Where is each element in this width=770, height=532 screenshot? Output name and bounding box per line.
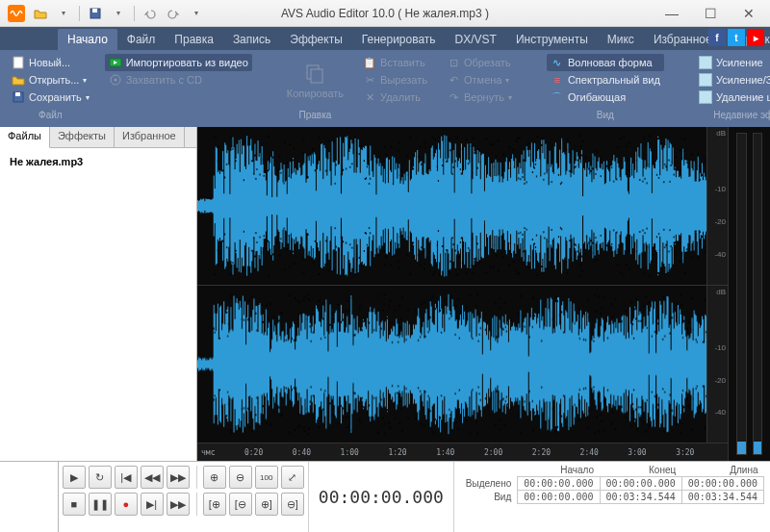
lp-tab-effects[interactable]: Эффекты — [50, 127, 115, 147]
sel-len[interactable]: 00:00:00.000 — [681, 477, 763, 491]
qat-redo-icon[interactable] — [164, 4, 183, 23]
maximize-button[interactable]: ☐ — [697, 4, 724, 23]
delete-button[interactable]: ✕Удалить — [359, 89, 431, 106]
view-start[interactable]: 00:00:00.000 — [518, 491, 600, 504]
bottom-bar: ▶ ↻ |◀ ◀◀ ▶▶ ⊕ ⊖ 100 ⤢ ■ ❚❚ ● ▶| ▶▶ [⊕ [… — [0, 461, 770, 532]
undo-button[interactable]: ↶Отмена ▾ — [443, 71, 516, 89]
time-counter: 00:00:00.000 — [309, 462, 454, 532]
zoom-in-start-button[interactable]: [⊕ — [203, 493, 226, 516]
view-end[interactable]: 00:03:34.544 — [600, 491, 681, 504]
lp-tab-fav[interactable]: Избранное — [115, 127, 185, 147]
play-button[interactable]: ▶ — [63, 466, 86, 489]
go-start-button[interactable]: |◀ — [115, 466, 138, 489]
qat-save-icon[interactable] — [86, 4, 105, 23]
effects-group-caption: Недавние эффекты — [695, 110, 770, 123]
tab-dxvst[interactable]: DX/VST — [446, 29, 506, 50]
quick-access-toolbar: ▾ ▾ ▾ — [31, 4, 206, 23]
view-len[interactable]: 00:03:34.544 — [681, 491, 763, 504]
zoom-in-button[interactable]: ⊕ — [203, 466, 226, 489]
ribbon: Новый... Открыть... ▾ Сохранить ▾ Файл И… — [0, 50, 770, 127]
tab-home[interactable]: Начало — [58, 29, 117, 50]
redo-button[interactable]: ↷Вернуть ▾ — [443, 89, 516, 106]
waveform-area[interactable]: dB-10-20-40 dB-10-20-40 чмс 0:20 0:40 1:… — [197, 127, 728, 461]
zoom-out-sel-button[interactable]: [⊖ — [229, 493, 252, 516]
facebook-icon[interactable]: f — [708, 29, 726, 46]
twitter-icon[interactable]: t — [728, 29, 745, 46]
tab-generate[interactable]: Генерировать — [352, 29, 446, 50]
ribbon-tabs: Начало Файл Правка Запись Эффекты Генери… — [0, 27, 770, 50]
titlebar: ▾ ▾ ▾ AVS Audio Editor 10.0 ( Не жалея.m… — [0, 0, 770, 27]
tab-record[interactable]: Запись — [223, 29, 280, 50]
tab-effects[interactable]: Эффекты — [280, 29, 352, 50]
amplify-button[interactable]: Усиление — [695, 54, 770, 71]
minimize-button[interactable]: — — [658, 4, 685, 23]
timeline[interactable]: чмс 0:20 0:40 1:00 1:20 1:40 2:00 2:20 2… — [197, 443, 728, 461]
waveform-view-button[interactable]: ∿Волновая форма — [547, 54, 664, 71]
tab-file[interactable]: Файл — [117, 29, 166, 50]
grab-cd-button[interactable]: Захватить с CD — [105, 71, 252, 89]
meter-right — [753, 133, 763, 455]
copy-button[interactable]: Копировать — [283, 61, 347, 101]
qat-customize-icon[interactable]: ▾ — [187, 4, 206, 23]
zoom-100-button[interactable]: 100 — [255, 466, 278, 489]
zoom-out-end-button[interactable]: ⊖] — [281, 493, 304, 516]
rewind-button[interactable]: ◀◀ — [141, 466, 164, 489]
svg-rect-10 — [311, 69, 322, 83]
spectral-view-button[interactable]: ≡Спектральный вид — [547, 71, 664, 89]
edit-group-caption: Правка — [283, 110, 347, 123]
lp-tab-files[interactable]: Файлы — [0, 127, 50, 148]
svg-point-8 — [114, 79, 116, 82]
left-panel: Файлы Эффекты Избранное Не жалея.mp3 — [0, 127, 197, 461]
waveform-channel-right[interactable]: dB-10-20-40 — [197, 286, 728, 444]
meter-left — [736, 133, 747, 455]
qat-dropdown2-icon[interactable]: ▾ — [109, 4, 128, 23]
envelope-view-button[interactable]: ⌒Огибающая — [547, 89, 664, 106]
record-button[interactable]: ● — [115, 493, 138, 516]
waveform-channel-left[interactable]: dB-10-20-40 — [197, 127, 728, 286]
zoom-out-button[interactable]: ⊖ — [229, 466, 252, 489]
file-group-caption: Файл — [8, 110, 93, 123]
qat-undo-icon[interactable] — [141, 4, 160, 23]
stop-button[interactable]: ■ — [63, 493, 86, 516]
next-marker-button[interactable]: ▶▶ — [167, 493, 190, 516]
level-meters — [728, 127, 770, 461]
app-logo-icon — [8, 5, 25, 22]
db-scale-left: dB-10-20-40 — [706, 127, 728, 285]
zoom-in-end-button[interactable]: ⊕] — [255, 493, 278, 516]
svg-rect-4 — [15, 92, 20, 96]
import-video-button[interactable]: Импортировать из видео — [105, 54, 252, 71]
selection-grid: НачалоКонецДлина Выделено 00:00:00.000 0… — [454, 462, 770, 532]
qat-open-icon[interactable] — [31, 4, 50, 23]
denoise-button[interactable]: Удаление шума — [695, 89, 770, 106]
db-scale-right: dB-10-20-40 — [706, 286, 728, 443]
view-group-caption: Вид — [547, 110, 664, 123]
svg-rect-2 — [13, 57, 23, 68]
transport-controls: ▶ ↻ |◀ ◀◀ ▶▶ ⊕ ⊖ 100 ⤢ ■ ❚❚ ● ▶| ▶▶ [⊕ [… — [59, 462, 309, 532]
workarea: Файлы Эффекты Избранное Не жалея.mp3 dB-… — [0, 127, 770, 461]
fade-button[interactable]: Усиление/Затухание — [695, 71, 770, 89]
cut-button[interactable]: ✂Вырезать — [359, 71, 431, 89]
loop-button[interactable]: ↻ — [89, 466, 112, 489]
youtube-icon[interactable]: ▸ — [747, 29, 764, 46]
go-end-button[interactable]: ▶| — [141, 493, 164, 516]
close-button[interactable]: ✕ — [735, 4, 762, 23]
ffwd-button[interactable]: ▶▶ — [167, 466, 190, 489]
tab-tools[interactable]: Инструменты — [506, 29, 598, 50]
svg-rect-1 — [92, 9, 97, 13]
new-button[interactable]: Новый... — [8, 54, 93, 71]
open-button[interactable]: Открыть... ▾ — [8, 71, 93, 89]
tab-edit[interactable]: Правка — [165, 29, 223, 50]
sel-start[interactable]: 00:00:00.000 — [518, 477, 600, 491]
zoom-sel-button[interactable]: ⤢ — [281, 466, 304, 489]
paste-button[interactable]: 📋Вставить — [359, 54, 431, 71]
pause-button[interactable]: ❚❚ — [89, 493, 112, 516]
crop-button[interactable]: ⊡Обрезать — [443, 54, 516, 71]
sel-end[interactable]: 00:00:00.000 — [600, 477, 681, 491]
qat-dropdown-icon[interactable]: ▾ — [54, 4, 73, 23]
file-list[interactable]: Не жалея.mp3 — [0, 148, 196, 461]
tab-mix[interactable]: Микс — [598, 29, 644, 50]
file-item[interactable]: Не жалея.mp3 — [6, 154, 191, 169]
save-button[interactable]: Сохранить ▾ — [8, 89, 93, 106]
